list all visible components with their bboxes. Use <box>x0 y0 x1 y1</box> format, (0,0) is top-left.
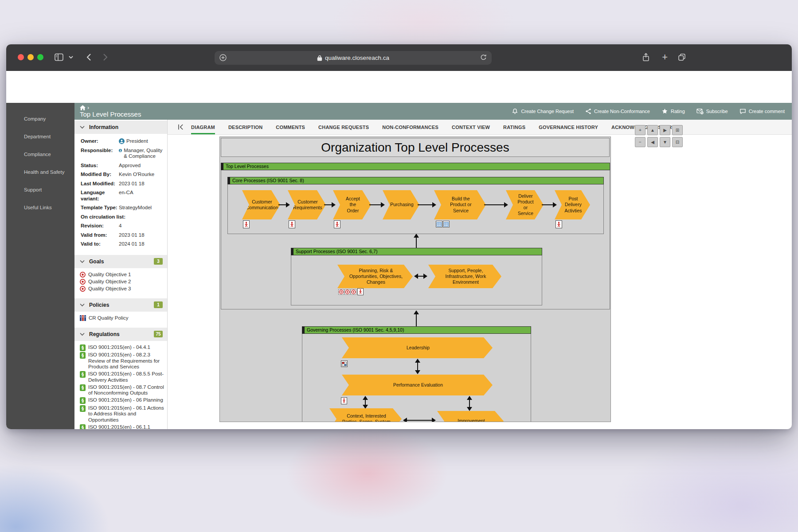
left-navigation: Company Department Compliance Health and… <box>6 103 74 429</box>
fit-page-button[interactable]: ⊞ <box>672 125 683 135</box>
role-indicator-icon[interactable] <box>357 288 364 295</box>
flow-arrow <box>278 204 289 205</box>
maximize-window-button[interactable] <box>37 54 43 60</box>
regulation-item[interactable]: §ISO 9001:2015(en) - 06.1 Actions to Add… <box>80 405 164 423</box>
sidebar-toggle-icon[interactable] <box>54 53 64 62</box>
zoom-out-button[interactable]: − <box>635 137 645 147</box>
bullseye-icon <box>344 289 350 295</box>
bidirectional-arrow <box>415 276 426 277</box>
process-performance-evaluation[interactable]: Performance Evaluation <box>342 375 493 395</box>
browser-window: qualiware.closereach.ca + CloseReach Lay… <box>6 44 792 429</box>
person-avatar-icon <box>119 138 125 144</box>
page-settings-icon[interactable] <box>219 54 227 62</box>
create-comment-button[interactable]: Create comment <box>739 108 785 114</box>
browser-toolbar: qualiware.closereach.ca + <box>6 44 792 71</box>
role-indicator-icon[interactable] <box>334 220 340 228</box>
info-row-responsible: Responsible:Manager, Quality & Complianc… <box>81 148 164 160</box>
role-indicator-icon[interactable] <box>289 220 295 228</box>
tab-overview-icon[interactable] <box>677 53 686 62</box>
regulation-item[interactable]: §ISO 9001:2015(en) - 06.1.1 <box>80 424 164 430</box>
sidebar-item-compliance[interactable]: Compliance <box>6 145 74 163</box>
chevron-down-icon[interactable] <box>68 55 74 59</box>
paragraph-icon: § <box>80 384 86 391</box>
create-non-conformance-button[interactable]: Create Non-Conformance <box>585 108 650 114</box>
pan-up-button[interactable]: ▲ <box>647 125 658 135</box>
work-instruction-icons[interactable] <box>436 221 450 227</box>
back-icon[interactable] <box>86 53 91 61</box>
rating-button[interactable]: Rating <box>661 108 685 114</box>
reload-icon[interactable] <box>480 54 487 61</box>
goal-item[interactable]: Quality Objective 1 <box>80 272 164 278</box>
sidebar-item-support[interactable]: Support <box>6 181 74 199</box>
tab-context-view[interactable]: CONTEXT VIEW <box>452 120 490 134</box>
zoom-in-button[interactable]: + <box>635 125 645 135</box>
address-bar[interactable]: qualiware.closereach.ca <box>215 51 492 65</box>
process-build-product-or-service[interactable]: Build the Product or Service <box>434 190 486 219</box>
role-indicator-icon[interactable] <box>341 397 347 404</box>
tab-description[interactable]: DESCRIPTION <box>228 120 262 134</box>
flow-arrow <box>418 204 435 205</box>
sidebar-item-useful-links[interactable]: Useful Links <box>6 199 74 216</box>
goal-indicator-icons[interactable] <box>338 289 356 295</box>
sidebar-item-department[interactable]: Department <box>6 128 74 145</box>
tab-diagram[interactable]: DIAGRAM <box>191 120 215 134</box>
core-group-bar[interactable]: Core Processes (ISO 9001 Sec. 8) <box>227 177 604 184</box>
tab-change-requests[interactable]: CHANGE REQUESTS <box>318 120 369 134</box>
page-title: Top Level Processes <box>80 110 141 118</box>
bullseye-icon <box>80 272 86 278</box>
regulation-item[interactable]: §ISO 9001:2015(en) - 08.2.3 Review of th… <box>80 352 164 370</box>
sidebar-item-company[interactable]: Company <box>6 110 74 128</box>
info-row-template-type: Template Type:StrategyModel <box>81 205 164 211</box>
process-support-people-infrastructure[interactable]: Support, People, Infrastructure, Work En… <box>428 265 501 288</box>
goal-item[interactable]: Quality Objective 2 <box>80 279 164 285</box>
info-row-owner: Owner:President <box>81 138 164 145</box>
regulation-item[interactable]: §ISO 9001:2015(en) - 08.7 Control of Non… <box>80 384 164 396</box>
share-dots-icon <box>585 108 591 114</box>
pan-right-button[interactable]: ▶ <box>660 125 670 135</box>
process-context-interested-parties[interactable]: Context, Interested Parties, Scope, Syst… <box>329 408 402 422</box>
tab-governance-history[interactable]: GOVERNANCE HISTORY <box>539 120 598 134</box>
tab-non-conformances[interactable]: NON-CONFORMANCES <box>382 120 438 134</box>
tab-comments[interactable]: COMMENTS <box>276 120 305 134</box>
bullseye-icon <box>338 289 344 295</box>
close-window-button[interactable] <box>18 54 24 60</box>
mail-check-icon <box>696 108 704 114</box>
governing-group-bar[interactable]: Governing Processes (ISO 9001 Sec. 4,5,9… <box>302 326 531 334</box>
role-indicator-icon[interactable] <box>243 220 250 228</box>
pan-left-button[interactable]: ◀ <box>647 137 658 147</box>
section-goals[interactable]: Goals 3 <box>74 255 167 268</box>
regulation-item[interactable]: §ISO 9001:2015(en) - 04.4.1 <box>80 344 164 351</box>
support-group-bar[interactable]: Support Processes (ISO 9001 Sec. 6,7) <box>291 248 542 255</box>
sidebar-item-health-and-safety[interactable]: Health and Safety <box>6 163 74 181</box>
matrix-icon[interactable] <box>341 360 348 367</box>
regulation-item[interactable]: §ISO 9001:2015(en) - 06 Planning <box>80 397 164 404</box>
process-planning-risk-opportunities[interactable]: Planning, Risk & Opportunities, Objectiv… <box>337 265 413 288</box>
role-indicator-icon[interactable] <box>555 220 562 228</box>
tab-ratings[interactable]: RATINGS <box>503 120 525 134</box>
regulation-item[interactable]: §ISO 9001:2015(en) - 08.5.5 Post-Deliver… <box>80 371 164 383</box>
subscribe-button[interactable]: Subscribe <box>696 108 728 114</box>
fit-width-button[interactable]: ⊟ <box>672 137 683 147</box>
goal-item[interactable]: Quality Objective 3 <box>80 286 164 292</box>
new-tab-icon[interactable]: + <box>662 52 668 62</box>
chevron-down-icon <box>80 125 85 129</box>
bidirectional-arrow <box>404 420 435 421</box>
forward-icon[interactable] <box>103 53 108 61</box>
collapse-tabs-icon[interactable] <box>177 124 184 130</box>
create-change-request-button[interactable]: Create Change Request <box>512 108 574 114</box>
diagram-canvas[interactable]: Organization Top Level Processes Top Lev… <box>219 137 611 422</box>
person-avatar-icon <box>119 148 122 153</box>
home-icon[interactable] <box>80 105 86 110</box>
minimize-window-button[interactable] <box>27 54 34 60</box>
pan-down-button[interactable]: ▼ <box>660 137 670 147</box>
section-regulations[interactable]: Regulations 75 <box>74 328 167 341</box>
process-leadership[interactable]: Leadership <box>342 337 493 358</box>
section-policies[interactable]: Policies 1 <box>74 298 167 312</box>
bullseye-icon <box>80 279 86 285</box>
process-improvement[interactable]: Improvement <box>437 411 504 422</box>
share-icon[interactable] <box>642 53 650 62</box>
section-information[interactable]: Information <box>74 121 167 134</box>
breadcrumb[interactable]: › <box>80 105 89 111</box>
policy-item[interactable]: CR Quality Policy <box>80 315 164 321</box>
top-level-group-bar[interactable]: Top Level Processes <box>221 163 610 170</box>
